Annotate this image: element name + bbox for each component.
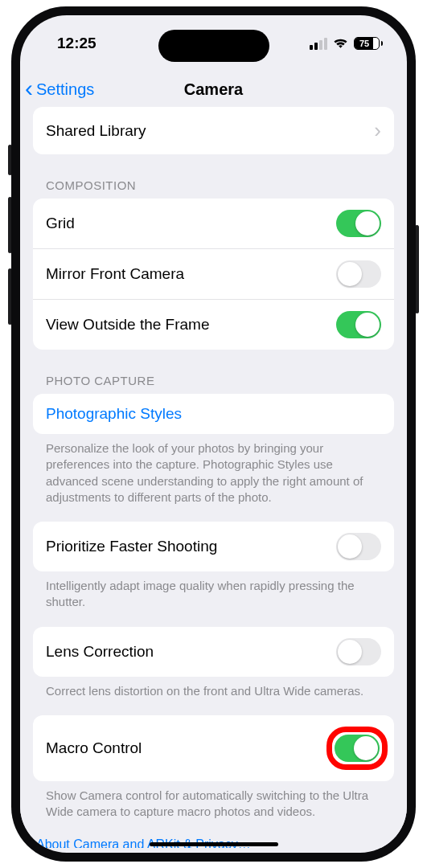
view-outside-label: View Outside the Frame	[46, 316, 209, 334]
prioritize-toggle[interactable]	[336, 533, 381, 560]
view-outside-frame-row[interactable]: View Outside the Frame	[33, 299, 394, 350]
prioritize-footer: Intelligently adapt image quality when r…	[33, 571, 394, 614]
back-label: Settings	[36, 80, 94, 99]
mirror-label: Mirror Front Camera	[46, 265, 184, 283]
macro-toggle[interactable]	[335, 735, 380, 762]
mirror-toggle[interactable]	[336, 260, 381, 288]
chevron-right-icon: ›	[374, 118, 381, 143]
macro-control-row[interactable]: Macro Control	[33, 715, 394, 781]
lens-correction-row[interactable]: Lens Correction	[33, 627, 394, 677]
status-time: 12:25	[57, 35, 96, 52]
back-button[interactable]: ‹ Settings	[25, 80, 94, 99]
navigation-bar: ‹ Settings Camera	[20, 72, 407, 107]
photographic-styles-row[interactable]: Photographic Styles	[33, 394, 394, 434]
battery-icon: 75	[354, 37, 383, 50]
lens-label: Lens Correction	[46, 643, 154, 661]
lens-toggle[interactable]	[336, 638, 381, 665]
view-outside-toggle[interactable]	[336, 311, 381, 338]
wifi-icon	[333, 38, 348, 49]
grid-label: Grid	[46, 215, 75, 232]
page-title: Camera	[184, 80, 243, 99]
content-scroll[interactable]: Shared Library › COMPOSITION Grid Mirror…	[20, 107, 407, 848]
shared-library-row[interactable]: Shared Library ›	[33, 107, 394, 154]
macro-label: Macro Control	[46, 739, 142, 757]
chevron-left-icon: ‹	[25, 82, 33, 94]
shared-library-label: Shared Library	[46, 122, 146, 140]
highlight-annotation	[326, 727, 388, 770]
photographic-styles-label: Photographic Styles	[46, 405, 182, 422]
grid-row[interactable]: Grid	[33, 199, 394, 248]
composition-header: COMPOSITION	[33, 154, 394, 199]
prioritize-label: Prioritize Faster Shooting	[46, 538, 217, 555]
photo-capture-header: PHOTO CAPTURE	[33, 350, 394, 394]
home-indicator[interactable]	[150, 842, 278, 846]
photographic-styles-footer: Personalize the look of your photos by b…	[33, 434, 394, 509]
lens-footer: Correct lens distortion on the front and…	[33, 677, 394, 702]
dynamic-island	[158, 30, 269, 62]
grid-toggle[interactable]	[336, 210, 381, 237]
macro-footer: Show Camera control for automatically sw…	[33, 781, 394, 824]
cellular-signal-icon	[310, 38, 327, 50]
mirror-front-camera-row[interactable]: Mirror Front Camera	[33, 248, 394, 299]
prioritize-faster-row[interactable]: Prioritize Faster Shooting	[33, 522, 394, 571]
